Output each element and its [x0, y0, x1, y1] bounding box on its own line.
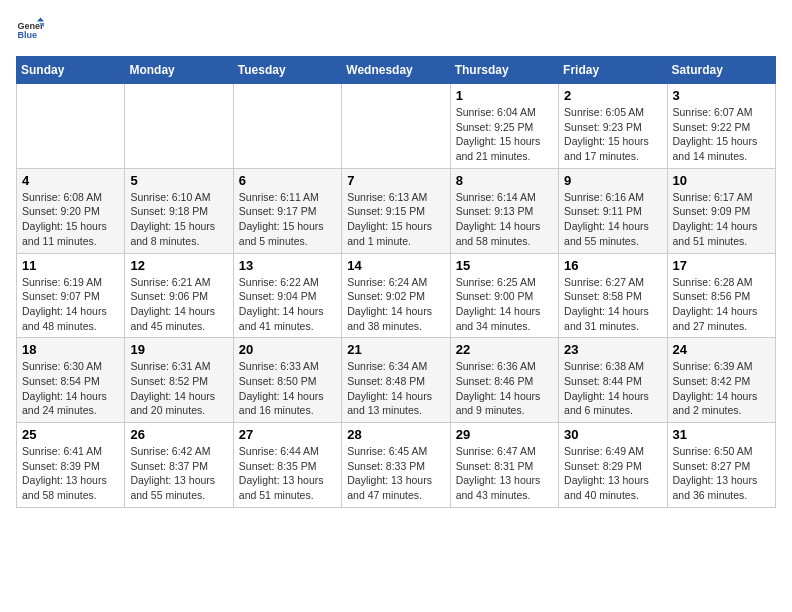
page-header: General Blue [16, 16, 776, 44]
weekday-header-wednesday: Wednesday [342, 57, 450, 84]
day-info: Sunrise: 6:34 AM Sunset: 8:48 PM Dayligh… [347, 359, 444, 418]
calendar-cell: 8Sunrise: 6:14 AM Sunset: 9:13 PM Daylig… [450, 168, 558, 253]
day-number: 27 [239, 427, 336, 442]
calendar-cell: 28Sunrise: 6:45 AM Sunset: 8:33 PM Dayli… [342, 423, 450, 508]
svg-marker-2 [37, 17, 44, 21]
calendar-cell: 16Sunrise: 6:27 AM Sunset: 8:58 PM Dayli… [559, 253, 667, 338]
calendar-cell [342, 84, 450, 169]
day-number: 11 [22, 258, 119, 273]
calendar-cell: 30Sunrise: 6:49 AM Sunset: 8:29 PM Dayli… [559, 423, 667, 508]
calendar-cell: 12Sunrise: 6:21 AM Sunset: 9:06 PM Dayli… [125, 253, 233, 338]
day-info: Sunrise: 6:47 AM Sunset: 8:31 PM Dayligh… [456, 444, 553, 503]
day-number: 29 [456, 427, 553, 442]
calendar-cell: 27Sunrise: 6:44 AM Sunset: 8:35 PM Dayli… [233, 423, 341, 508]
day-number: 25 [22, 427, 119, 442]
calendar-cell: 11Sunrise: 6:19 AM Sunset: 9:07 PM Dayli… [17, 253, 125, 338]
day-info: Sunrise: 6:07 AM Sunset: 9:22 PM Dayligh… [673, 105, 770, 164]
day-info: Sunrise: 6:45 AM Sunset: 8:33 PM Dayligh… [347, 444, 444, 503]
day-info: Sunrise: 6:13 AM Sunset: 9:15 PM Dayligh… [347, 190, 444, 249]
svg-text:Blue: Blue [17, 30, 37, 40]
day-number: 22 [456, 342, 553, 357]
calendar-cell: 29Sunrise: 6:47 AM Sunset: 8:31 PM Dayli… [450, 423, 558, 508]
day-info: Sunrise: 6:11 AM Sunset: 9:17 PM Dayligh… [239, 190, 336, 249]
calendar-week-5: 25Sunrise: 6:41 AM Sunset: 8:39 PM Dayli… [17, 423, 776, 508]
weekday-header-tuesday: Tuesday [233, 57, 341, 84]
calendar-cell: 7Sunrise: 6:13 AM Sunset: 9:15 PM Daylig… [342, 168, 450, 253]
calendar-cell: 14Sunrise: 6:24 AM Sunset: 9:02 PM Dayli… [342, 253, 450, 338]
calendar-cell [233, 84, 341, 169]
calendar-cell: 13Sunrise: 6:22 AM Sunset: 9:04 PM Dayli… [233, 253, 341, 338]
day-info: Sunrise: 6:42 AM Sunset: 8:37 PM Dayligh… [130, 444, 227, 503]
day-number: 17 [673, 258, 770, 273]
calendar-cell: 5Sunrise: 6:10 AM Sunset: 9:18 PM Daylig… [125, 168, 233, 253]
day-number: 3 [673, 88, 770, 103]
day-number: 13 [239, 258, 336, 273]
day-info: Sunrise: 6:28 AM Sunset: 8:56 PM Dayligh… [673, 275, 770, 334]
calendar-cell: 19Sunrise: 6:31 AM Sunset: 8:52 PM Dayli… [125, 338, 233, 423]
calendar-header: SundayMondayTuesdayWednesdayThursdayFrid… [17, 57, 776, 84]
day-number: 18 [22, 342, 119, 357]
day-info: Sunrise: 6:41 AM Sunset: 8:39 PM Dayligh… [22, 444, 119, 503]
calendar-cell: 22Sunrise: 6:36 AM Sunset: 8:46 PM Dayli… [450, 338, 558, 423]
day-number: 2 [564, 88, 661, 103]
calendar-cell: 26Sunrise: 6:42 AM Sunset: 8:37 PM Dayli… [125, 423, 233, 508]
weekday-header-sunday: Sunday [17, 57, 125, 84]
day-number: 6 [239, 173, 336, 188]
calendar-cell: 15Sunrise: 6:25 AM Sunset: 9:00 PM Dayli… [450, 253, 558, 338]
day-info: Sunrise: 6:14 AM Sunset: 9:13 PM Dayligh… [456, 190, 553, 249]
calendar-cell: 6Sunrise: 6:11 AM Sunset: 9:17 PM Daylig… [233, 168, 341, 253]
day-info: Sunrise: 6:05 AM Sunset: 9:23 PM Dayligh… [564, 105, 661, 164]
day-info: Sunrise: 6:19 AM Sunset: 9:07 PM Dayligh… [22, 275, 119, 334]
day-info: Sunrise: 6:38 AM Sunset: 8:44 PM Dayligh… [564, 359, 661, 418]
day-number: 24 [673, 342, 770, 357]
day-info: Sunrise: 6:16 AM Sunset: 9:11 PM Dayligh… [564, 190, 661, 249]
day-number: 7 [347, 173, 444, 188]
day-number: 10 [673, 173, 770, 188]
day-info: Sunrise: 6:44 AM Sunset: 8:35 PM Dayligh… [239, 444, 336, 503]
day-info: Sunrise: 6:21 AM Sunset: 9:06 PM Dayligh… [130, 275, 227, 334]
svg-text:General: General [17, 21, 44, 31]
day-info: Sunrise: 6:04 AM Sunset: 9:25 PM Dayligh… [456, 105, 553, 164]
day-number: 26 [130, 427, 227, 442]
calendar-week-2: 4Sunrise: 6:08 AM Sunset: 9:20 PM Daylig… [17, 168, 776, 253]
day-info: Sunrise: 6:30 AM Sunset: 8:54 PM Dayligh… [22, 359, 119, 418]
day-info: Sunrise: 6:24 AM Sunset: 9:02 PM Dayligh… [347, 275, 444, 334]
calendar-cell: 21Sunrise: 6:34 AM Sunset: 8:48 PM Dayli… [342, 338, 450, 423]
calendar-cell: 20Sunrise: 6:33 AM Sunset: 8:50 PM Dayli… [233, 338, 341, 423]
calendar-cell: 9Sunrise: 6:16 AM Sunset: 9:11 PM Daylig… [559, 168, 667, 253]
calendar-cell: 1Sunrise: 6:04 AM Sunset: 9:25 PM Daylig… [450, 84, 558, 169]
day-info: Sunrise: 6:49 AM Sunset: 8:29 PM Dayligh… [564, 444, 661, 503]
calendar-table: SundayMondayTuesdayWednesdayThursdayFrid… [16, 56, 776, 508]
weekday-header-monday: Monday [125, 57, 233, 84]
day-number: 14 [347, 258, 444, 273]
calendar-cell [125, 84, 233, 169]
logo: General Blue [16, 16, 44, 44]
calendar-week-3: 11Sunrise: 6:19 AM Sunset: 9:07 PM Dayli… [17, 253, 776, 338]
day-number: 30 [564, 427, 661, 442]
day-number: 21 [347, 342, 444, 357]
calendar-cell [17, 84, 125, 169]
calendar-cell: 23Sunrise: 6:38 AM Sunset: 8:44 PM Dayli… [559, 338, 667, 423]
calendar-cell: 4Sunrise: 6:08 AM Sunset: 9:20 PM Daylig… [17, 168, 125, 253]
day-info: Sunrise: 6:39 AM Sunset: 8:42 PM Dayligh… [673, 359, 770, 418]
day-number: 8 [456, 173, 553, 188]
day-number: 12 [130, 258, 227, 273]
day-info: Sunrise: 6:08 AM Sunset: 9:20 PM Dayligh… [22, 190, 119, 249]
calendar-cell: 2Sunrise: 6:05 AM Sunset: 9:23 PM Daylig… [559, 84, 667, 169]
day-number: 20 [239, 342, 336, 357]
day-info: Sunrise: 6:50 AM Sunset: 8:27 PM Dayligh… [673, 444, 770, 503]
day-number: 23 [564, 342, 661, 357]
day-number: 19 [130, 342, 227, 357]
day-info: Sunrise: 6:25 AM Sunset: 9:00 PM Dayligh… [456, 275, 553, 334]
calendar-week-1: 1Sunrise: 6:04 AM Sunset: 9:25 PM Daylig… [17, 84, 776, 169]
calendar-cell: 31Sunrise: 6:50 AM Sunset: 8:27 PM Dayli… [667, 423, 775, 508]
day-number: 28 [347, 427, 444, 442]
day-number: 5 [130, 173, 227, 188]
day-number: 15 [456, 258, 553, 273]
calendar-cell: 3Sunrise: 6:07 AM Sunset: 9:22 PM Daylig… [667, 84, 775, 169]
weekday-header-thursday: Thursday [450, 57, 558, 84]
day-info: Sunrise: 6:22 AM Sunset: 9:04 PM Dayligh… [239, 275, 336, 334]
day-number: 9 [564, 173, 661, 188]
calendar-cell: 17Sunrise: 6:28 AM Sunset: 8:56 PM Dayli… [667, 253, 775, 338]
day-info: Sunrise: 6:31 AM Sunset: 8:52 PM Dayligh… [130, 359, 227, 418]
